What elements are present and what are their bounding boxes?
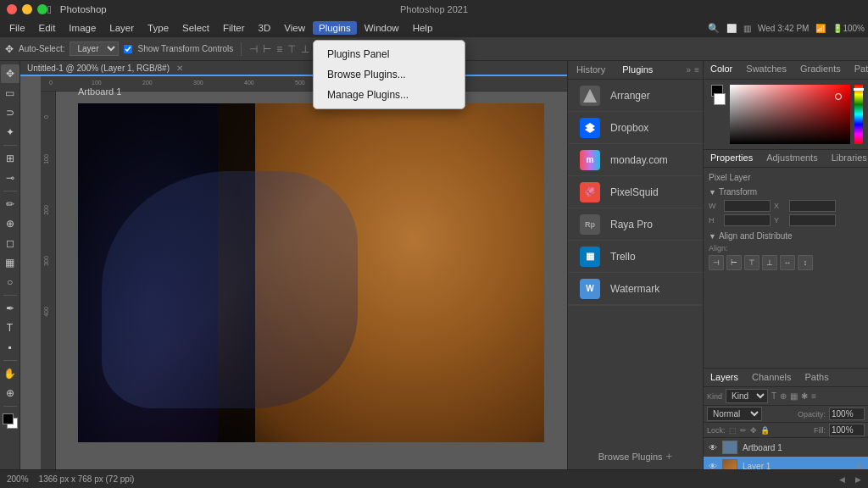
align-vcenter-icon[interactable]: ⊥ xyxy=(301,43,309,55)
layer-icon-4[interactable]: ✱ xyxy=(801,391,808,401)
tab-color[interactable]: Color xyxy=(704,61,739,79)
search-icon[interactable]: 🔍 xyxy=(708,23,720,34)
workspace-icon[interactable]: ⬜ xyxy=(726,24,737,33)
height-input[interactable] xyxy=(724,214,771,226)
panel-menu-icon[interactable]: ≡ xyxy=(694,65,699,75)
dodge-tool[interactable]: ○ xyxy=(1,273,19,291)
align-vcenter-button[interactable]: ↔ xyxy=(780,255,795,270)
eyedropper-tool[interactable]: ⊸ xyxy=(1,169,19,187)
nav-arrow-left[interactable]: ◀ xyxy=(839,475,845,484)
crop-tool[interactable]: ⊞ xyxy=(1,149,19,168)
nav-arrow-right[interactable]: ▶ xyxy=(855,475,861,484)
marquee-tool[interactable]: ▭ xyxy=(1,84,19,103)
plugin-dropbox[interactable]: Dropbox xyxy=(568,112,703,144)
opacity-input[interactable] xyxy=(829,408,865,420)
pen-tool[interactable]: ✒ xyxy=(1,299,19,318)
plugin-arranger[interactable]: Arranger xyxy=(568,80,703,112)
tab-libraries[interactable]: Libraries xyxy=(825,150,868,167)
foreground-background-colors[interactable] xyxy=(3,413,18,429)
lasso-tool[interactable]: ⊃ xyxy=(1,103,19,122)
tab-plugins[interactable]: Plugins xyxy=(614,61,661,79)
transform-controls-checkbox[interactable] xyxy=(124,45,132,53)
hand-tool[interactable]: ✋ xyxy=(1,364,19,383)
align-hcenter-button[interactable]: ⊢ xyxy=(726,255,742,270)
align-right-edge-button[interactable]: ⊤ xyxy=(744,255,760,270)
menu-type[interactable]: Type xyxy=(142,21,175,35)
magic-wand-tool[interactable]: ✦ xyxy=(1,123,19,141)
menu-view[interactable]: View xyxy=(278,21,311,35)
eye-icon-artboard[interactable]: 👁 xyxy=(709,443,717,452)
text-tool[interactable]: T xyxy=(1,319,19,337)
align-center-icon[interactable]: ⊢ xyxy=(263,43,271,55)
hue-slider[interactable] xyxy=(854,85,863,144)
lock-pixels-icon[interactable]: ✏ xyxy=(740,426,747,435)
tab-swatches[interactable]: Swatches xyxy=(739,61,793,79)
plugin-watermark[interactable]: W Watermark xyxy=(568,273,703,305)
layer-item-artboard1[interactable]: 👁 Artboard 1 xyxy=(704,438,868,457)
tab-adjustments[interactable]: Adjustments xyxy=(760,150,825,167)
browse-plugins-button[interactable]: Browse Plugins + xyxy=(598,450,672,463)
menu-filter[interactable]: Filter xyxy=(217,21,251,35)
lock-transparent-icon[interactable]: ⬚ xyxy=(729,426,737,435)
eye-icon-layer1[interactable]: 👁 xyxy=(709,462,717,470)
layer-item-layer1[interactable]: 👁 Layer 1 fx xyxy=(704,457,868,469)
bg-swatch[interactable] xyxy=(714,93,726,105)
align-bottom-edge-button[interactable]: ↕ xyxy=(798,255,813,270)
lock-all-icon[interactable]: 🔒 xyxy=(760,426,770,435)
menu-image[interactable]: Image xyxy=(63,21,102,35)
dropdown-manage-plugins[interactable]: Manage Plugins... xyxy=(314,85,465,105)
tab-layers[interactable]: Layers xyxy=(704,369,745,386)
tab-properties[interactable]: Properties xyxy=(704,150,760,167)
arrange-icon[interactable]: ▥ xyxy=(743,24,751,33)
lock-move-icon[interactable]: ✥ xyxy=(750,426,757,435)
menu-layer[interactable]: Layer xyxy=(103,21,140,35)
minimize-button[interactable] xyxy=(22,4,32,14)
align-collapse-icon[interactable]: ▼ xyxy=(709,232,716,241)
width-input[interactable] xyxy=(724,200,771,212)
align-top-edge-button[interactable]: ⊥ xyxy=(762,255,777,270)
layer-icon-5[interactable]: ≡ xyxy=(811,391,816,401)
plugin-raya[interactable]: Rp Raya Pro xyxy=(568,208,703,241)
layer-icon-3[interactable]: ▦ xyxy=(790,391,798,401)
dropdown-plugins-panel[interactable]: Plugins Panel xyxy=(314,44,465,64)
layer-fx-label[interactable]: fx xyxy=(857,462,863,469)
zoom-tool[interactable]: ⊕ xyxy=(1,384,19,402)
tab-gradients[interactable]: Gradients xyxy=(793,61,848,79)
align-right-icon[interactable]: ≡ xyxy=(276,43,282,55)
gradient-tool[interactable]: ▦ xyxy=(1,253,19,272)
panel-expand-icon[interactable]: » xyxy=(687,65,692,75)
plugin-monday[interactable]: m monday.com xyxy=(568,144,703,176)
shape-tool[interactable]: ▪ xyxy=(1,338,19,357)
eraser-tool[interactable]: ◻ xyxy=(1,234,19,252)
menu-file[interactable]: File xyxy=(3,21,31,35)
close-button[interactable] xyxy=(7,4,17,14)
fill-input[interactable] xyxy=(829,424,865,436)
plugin-trello[interactable]: ▦ Trello xyxy=(568,241,703,273)
menu-plugins[interactable]: Plugins Plugins Panel Browse Plugins... … xyxy=(313,21,357,35)
x-input[interactable] xyxy=(789,200,836,212)
tab-patterns[interactable]: Patterns xyxy=(848,61,868,79)
menu-3d[interactable]: 3D xyxy=(253,21,277,35)
layer-icon-2[interactable]: ⊕ xyxy=(780,391,787,401)
document-tab[interactable]: Untitled-1 @ 200% (Layer 1, RGB/8#) ✕ xyxy=(20,61,567,76)
menu-help[interactable]: Help xyxy=(407,21,439,35)
clone-tool[interactable]: ⊕ xyxy=(1,214,19,233)
tab-history[interactable]: History xyxy=(568,61,614,79)
menu-edit[interactable]: Edit xyxy=(33,21,62,35)
dropdown-browse-plugins[interactable]: Browse Plugins... xyxy=(314,64,465,85)
brush-tool[interactable]: ✏ xyxy=(1,195,19,214)
y-input[interactable] xyxy=(789,214,836,226)
layer-icon-1[interactable]: T xyxy=(771,391,776,401)
align-top-icon[interactable]: ⊤ xyxy=(287,43,296,55)
foreground-color-swatch[interactable] xyxy=(3,413,14,424)
close-doc-icon[interactable]: ✕ xyxy=(176,64,183,73)
layer-kind-filter[interactable]: Kind xyxy=(726,389,768,403)
auto-select-dropdown[interactable]: Layer Group xyxy=(70,42,119,56)
collapse-icon[interactable]: ▼ xyxy=(709,188,716,197)
plugin-pixelsquid[interactable]: 🦑 PixelSquid xyxy=(568,176,703,208)
tab-channels[interactable]: Channels xyxy=(745,369,798,386)
menu-select[interactable]: Select xyxy=(176,21,215,35)
menu-window[interactable]: Window xyxy=(359,21,405,35)
blend-mode-select[interactable]: Normal xyxy=(707,407,762,421)
color-picker-gradient[interactable] xyxy=(730,85,850,144)
